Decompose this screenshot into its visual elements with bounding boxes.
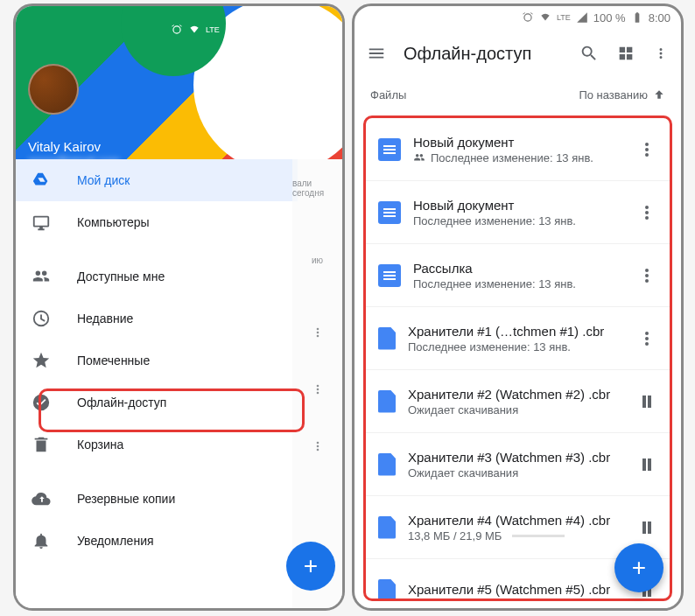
- file-item[interactable]: Новый документПоследнее изменение: 13 ян…: [366, 118, 670, 181]
- battery-percent: 100 %: [593, 11, 626, 24]
- more-icon[interactable]: [311, 326, 325, 340]
- sort-label: По названию: [579, 88, 648, 102]
- file-info: Хранители #4 (Watchmen #4) .cbr13,8 МБ /…: [408, 513, 624, 542]
- more-icon[interactable]: [311, 439, 325, 453]
- peek-sort: ию: [292, 216, 342, 304]
- file-list-highlight: Новый документПоследнее изменение: 13 ян…: [363, 116, 672, 601]
- file-title: Хранители #4 (Watchmen #4) .cbr: [408, 513, 624, 528]
- pause-icon[interactable]: [636, 517, 657, 538]
- progress-bar: [512, 535, 565, 537]
- drawer-label: Резервные копии: [77, 492, 175, 506]
- file-title: Новый документ: [413, 198, 624, 213]
- grid-view-icon[interactable]: [616, 44, 635, 63]
- file-subtitle: Последнее изменение: 13 янв.: [413, 277, 624, 290]
- file-list[interactable]: Новый документПоследнее изменение: 13 ян…: [366, 118, 670, 601]
- section-label: Файлы: [370, 88, 406, 102]
- more-icon[interactable]: [636, 202, 657, 223]
- menu-icon[interactable]: [367, 44, 386, 63]
- doc-icon: [378, 138, 401, 161]
- file-subtitle: Последнее изменение: 13 янв.: [413, 214, 624, 228]
- background-peek: вали сегодня ию: [292, 159, 342, 608]
- file-subtitle: Последнее изменение: 13 янв.: [413, 151, 624, 164]
- file-info: РассылкаПоследнее изменение: 13 янв.: [413, 261, 624, 290]
- file-icon: [378, 516, 396, 539]
- drawer-item-recent[interactable]: Недавние: [16, 298, 298, 340]
- file-title: Хранители #2 (Watchmen #2) .cbr: [408, 387, 624, 402]
- battery-icon: [631, 11, 643, 24]
- more-icon[interactable]: [636, 265, 657, 286]
- arrow-up-icon: [653, 88, 665, 101]
- drawer-item-notifications[interactable]: Уведомления: [16, 520, 298, 562]
- signal-icon: [225, 24, 237, 36]
- lte-label: LTE: [206, 25, 220, 34]
- drawer-item-starred[interactable]: Помеченные: [16, 340, 298, 382]
- file-subtitle: Ожидает скачивания: [408, 466, 624, 480]
- more-icon[interactable]: [311, 382, 325, 396]
- pause-icon[interactable]: [636, 454, 657, 475]
- file-info: Хранители #5 (Watchmen #5) .cbr: [408, 582, 624, 598]
- drawer-item-backup[interactable]: Резервные копии: [16, 478, 298, 520]
- file-item[interactable]: Хранители #1 (…tchmen #1) .cbrПоследнее …: [366, 307, 670, 370]
- more-icon[interactable]: [636, 328, 657, 349]
- annotation-highlight: [39, 388, 305, 432]
- file-item[interactable]: Новый документПоследнее изменение: 13 ян…: [366, 181, 670, 244]
- page-title: Офлайн-доступ: [404, 44, 562, 64]
- status-bar: LTE 100 % 8:00: [28, 18, 330, 41]
- file-icon: [378, 453, 396, 476]
- drawer-label: Мой диск: [77, 173, 130, 187]
- user-name: Vitaly Kairov: [28, 139, 330, 154]
- drawer-body: Мой диск Компьютеры Доступные мне Недавн…: [16, 159, 298, 608]
- computer-icon: [32, 213, 51, 232]
- sort-button[interactable]: По названию: [579, 88, 665, 102]
- file-item[interactable]: РассылкаПоследнее изменение: 13 янв.: [366, 244, 670, 307]
- drawer-label: Помеченные: [77, 354, 150, 368]
- signal-icon: [576, 11, 588, 24]
- file-subtitle: Последнее изменение: 13 янв.: [408, 340, 624, 354]
- alarm-icon: [171, 24, 183, 36]
- pause-icon[interactable]: [636, 391, 657, 412]
- drawer-label: Недавние: [77, 312, 133, 326]
- drawer-label: Доступные мне: [77, 270, 165, 284]
- phone-right-offline-view: LTE 100 % 8:00 Офлайн-доступ Файлы По на…: [352, 4, 684, 611]
- peek-text: вали сегодня: [292, 159, 342, 216]
- search-icon[interactable]: [579, 44, 599, 63]
- sort-bar: Файлы По названию: [355, 78, 681, 111]
- clock: 8:00: [649, 11, 670, 24]
- account-dropdown-icon[interactable]: [316, 130, 326, 140]
- file-item[interactable]: Хранители #2 (Watchmen #2) .cbrОжидает с…: [366, 370, 670, 433]
- lte-label: LTE: [557, 13, 571, 22]
- file-title: Новый документ: [413, 135, 624, 150]
- drawer-item-shared[interactable]: Доступные мне: [16, 256, 298, 298]
- drawer-header: LTE 100 % 8:00 Vitaly Kairov xxxxx@gmail…: [16, 6, 342, 159]
- battery-icon: [280, 24, 292, 36]
- star-icon: [32, 351, 51, 370]
- avatar[interactable]: [28, 64, 79, 115]
- file-item[interactable]: Хранители #3 (Watchmen #3) .cbrОжидает с…: [366, 433, 670, 496]
- file-info: Хранители #3 (Watchmen #3) .cbrОжидает с…: [408, 450, 624, 480]
- drawer-label: Компьютеры: [77, 215, 150, 229]
- bell-icon: [32, 531, 51, 550]
- fab-add[interactable]: +: [614, 543, 663, 592]
- user-email: xxxxx@gmail.com: [28, 154, 330, 159]
- file-title: Хранители #5 (Watchmen #5) .cbr: [408, 582, 624, 597]
- appbar: Офлайн-доступ: [355, 29, 681, 78]
- file-info: Хранители #1 (…tchmen #1) .cbrПоследнее …: [408, 324, 624, 354]
- wifi-icon: [539, 11, 551, 24]
- fab-add[interactable]: +: [286, 542, 335, 591]
- file-info: Новый документПоследнее изменение: 13 ян…: [413, 198, 624, 228]
- clock: 8:00: [298, 24, 319, 37]
- backup-icon: [32, 489, 51, 508]
- file-title: Рассылка: [413, 261, 624, 276]
- status-bar: LTE 100 % 8:00: [355, 6, 681, 29]
- file-subtitle: 13,8 МБ / 21,9 МБ: [408, 529, 624, 542]
- more-icon[interactable]: [636, 139, 657, 160]
- file-title: Хранители #1 (…tchmen #1) .cbr: [408, 324, 624, 339]
- drawer-item-my-drive[interactable]: Мой диск: [16, 159, 298, 201]
- file-subtitle: Ожидает скачивания: [408, 403, 624, 416]
- drawer-label: Уведомления: [77, 534, 154, 548]
- drawer-item-computers[interactable]: Компьютеры: [16, 201, 298, 243]
- file-info: Хранители #2 (Watchmen #2) .cbrОжидает с…: [408, 387, 624, 416]
- more-icon[interactable]: [653, 44, 669, 63]
- alarm-icon: [522, 11, 534, 24]
- file-icon: [378, 390, 396, 413]
